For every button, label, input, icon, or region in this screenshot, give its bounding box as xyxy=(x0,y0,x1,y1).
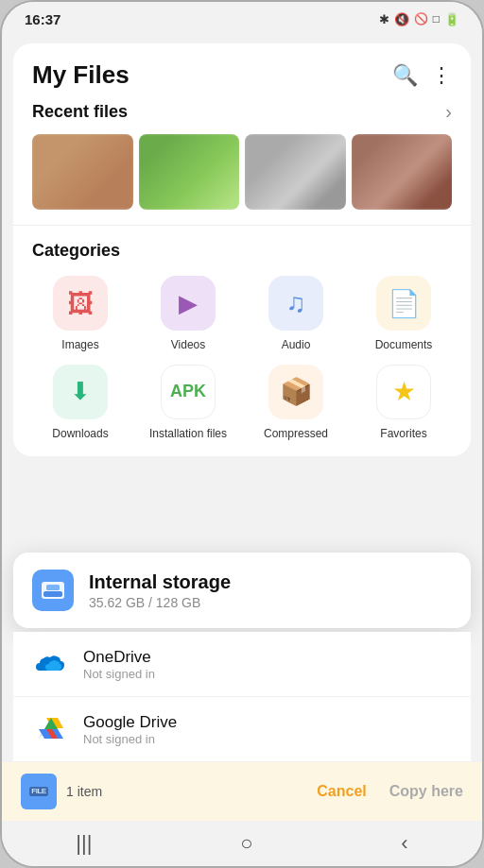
internal-storage-card[interactable]: Internal storage 35.62 GB / 128 GB xyxy=(13,553,471,628)
gdrive-icon xyxy=(32,710,70,748)
category-videos[interactable]: ▶ Videos xyxy=(136,276,240,353)
action-bar: FILE 1 item Cancel Copy here xyxy=(2,762,482,821)
nav-menu-button[interactable]: ||| xyxy=(76,831,92,856)
apk-icon: APK xyxy=(170,382,206,401)
storage-size: 35.62 GB / 128 GB xyxy=(89,595,231,610)
more-options-button[interactable]: ⋮ xyxy=(431,63,452,88)
category-downloads[interactable]: ⬇ Downloads xyxy=(28,365,132,442)
onedrive-info: OneDrive Not signed in xyxy=(83,648,155,681)
storage-panel: Internal storage 35.62 GB / 128 GB OneD xyxy=(2,553,482,821)
recent-thumb-2[interactable] xyxy=(139,134,240,210)
bluetooth-icon: ✱ xyxy=(379,12,389,26)
onedrive-icon xyxy=(32,645,70,683)
status-time: 16:37 xyxy=(25,11,60,27)
documents-icon-wrap: 📄 xyxy=(376,276,431,331)
nav-bar: ||| ○ ‹ xyxy=(2,821,482,866)
battery-icon: 🔋 xyxy=(444,12,459,26)
recent-thumbnails xyxy=(32,134,452,210)
onedrive-status: Not signed in xyxy=(83,667,155,681)
gdrive-svg xyxy=(34,714,68,744)
recent-arrow[interactable]: › xyxy=(445,101,452,123)
favorites-icon-wrap: ★ xyxy=(376,365,431,419)
page-title: My Files xyxy=(32,60,130,90)
documents-icon: 📄 xyxy=(388,288,421,319)
onedrive-name: OneDrive xyxy=(83,648,155,667)
onedrive-svg xyxy=(34,652,68,676)
header-actions: 🔍 ⋮ xyxy=(392,63,452,88)
gdrive-name: Google Drive xyxy=(83,713,177,732)
images-label: Images xyxy=(61,338,98,353)
category-documents[interactable]: 📄 Documents xyxy=(352,276,456,353)
app-header: My Files 🔍 ⋮ xyxy=(13,43,471,101)
compressed-icon-wrap: 📦 xyxy=(268,365,323,419)
storage-name: Internal storage xyxy=(89,571,231,593)
category-compressed[interactable]: 📦 Compressed xyxy=(244,365,348,442)
phone-storage-icon xyxy=(40,580,66,601)
audio-icon-wrap: ♫ xyxy=(268,276,323,331)
file-label: FILE xyxy=(29,787,47,796)
audio-label: Audio xyxy=(282,338,311,353)
images-icon-wrap: 🖼 xyxy=(53,276,108,331)
main-content: My Files 🔍 ⋮ Recent files › xyxy=(2,36,482,821)
category-audio[interactable]: ♫ Audio xyxy=(244,276,348,353)
compressed-icon: 📦 xyxy=(280,376,313,407)
copy-here-button[interactable]: Copy here xyxy=(389,783,463,800)
signal-icon: □ xyxy=(433,12,440,26)
search-button[interactable]: 🔍 xyxy=(392,63,418,88)
categories-grid: 🖼 Images ▶ Videos ♫ xyxy=(28,276,456,441)
top-card: My Files 🔍 ⋮ Recent files › xyxy=(13,43,471,456)
status-icons: ✱ 🔇 🚫 □ 🔋 xyxy=(379,12,459,26)
favorites-icon: ★ xyxy=(392,376,416,407)
gdrive-info: Google Drive Not signed in xyxy=(83,713,177,746)
wifi-off-icon: 🚫 xyxy=(414,12,428,26)
images-icon: 🖼 xyxy=(67,288,94,319)
action-buttons: Cancel Copy here xyxy=(317,783,463,800)
storage-icon xyxy=(32,570,74,611)
categories-section: Categories 🖼 Images ▶ Videos xyxy=(13,226,471,456)
svg-rect-1 xyxy=(43,591,62,597)
cloud-list: OneDrive Not signed in xyxy=(13,632,471,762)
recent-title: Recent files xyxy=(32,102,128,122)
category-images[interactable]: 🖼 Images xyxy=(28,276,132,353)
compressed-label: Compressed xyxy=(264,427,328,442)
videos-label: Videos xyxy=(171,338,205,353)
svg-rect-2 xyxy=(46,585,60,590)
storage-info: Internal storage 35.62 GB / 128 GB xyxy=(89,571,231,610)
downloads-icon: ⬇ xyxy=(70,377,91,406)
nav-back-button[interactable]: ‹ xyxy=(401,831,407,856)
cancel-button[interactable]: Cancel xyxy=(317,783,366,800)
documents-label: Documents xyxy=(375,338,433,353)
recent-header: Recent files › xyxy=(32,101,452,123)
action-file-icon: FILE xyxy=(21,774,57,809)
recent-files-section: Recent files › xyxy=(13,101,471,225)
category-apk[interactable]: APK Installation files xyxy=(136,365,240,442)
gdrive-item[interactable]: Google Drive Not signed in xyxy=(13,697,471,762)
nav-home-button[interactable]: ○ xyxy=(240,831,252,856)
favorites-label: Favorites xyxy=(380,427,426,442)
categories-title: Categories xyxy=(28,241,456,261)
mute-icon: 🔇 xyxy=(394,12,409,26)
recent-thumb-3[interactable] xyxy=(245,134,346,210)
apk-label: Installation files xyxy=(149,427,227,442)
phone-frame: 16:37 ✱ 🔇 🚫 □ 🔋 My Files 🔍 ⋮ Rece xyxy=(0,0,484,868)
audio-icon: ♫ xyxy=(286,288,306,318)
category-favorites[interactable]: ★ Favorites xyxy=(352,365,456,442)
recent-thumb-4[interactable] xyxy=(352,134,453,210)
gdrive-status: Not signed in xyxy=(83,732,177,746)
status-bar: 16:37 ✱ 🔇 🚫 □ 🔋 xyxy=(2,2,482,36)
apk-icon-wrap: APK xyxy=(161,365,216,419)
action-count: 1 item xyxy=(66,784,102,799)
onedrive-item[interactable]: OneDrive Not signed in xyxy=(13,632,471,697)
downloads-label: Downloads xyxy=(52,427,108,442)
recent-thumb-1[interactable] xyxy=(32,134,133,210)
videos-icon: ▶ xyxy=(179,289,198,318)
videos-icon-wrap: ▶ xyxy=(161,276,216,331)
downloads-icon-wrap: ⬇ xyxy=(53,365,108,419)
action-item-info: FILE 1 item xyxy=(21,774,102,809)
